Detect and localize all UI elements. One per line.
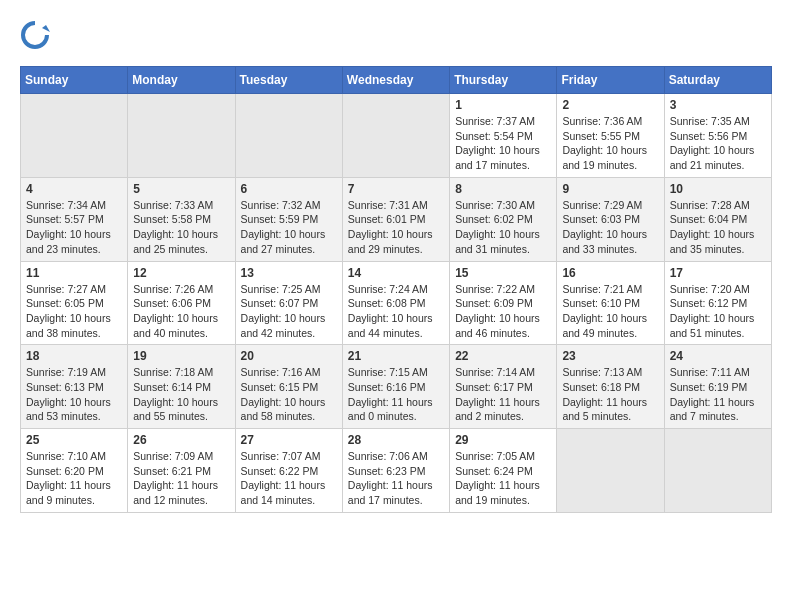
calendar-cell: 24Sunrise: 7:11 AMSunset: 6:19 PMDayligh… (664, 345, 771, 429)
day-number: 8 (455, 182, 551, 196)
day-info: Sunrise: 7:22 AMSunset: 6:09 PMDaylight:… (455, 282, 551, 341)
day-number: 14 (348, 266, 444, 280)
day-info: Sunrise: 7:27 AMSunset: 6:05 PMDaylight:… (26, 282, 122, 341)
calendar-cell: 26Sunrise: 7:09 AMSunset: 6:21 PMDayligh… (128, 429, 235, 513)
week-row-1: 1Sunrise: 7:37 AMSunset: 5:54 PMDaylight… (21, 94, 772, 178)
day-info: Sunrise: 7:16 AMSunset: 6:15 PMDaylight:… (241, 365, 337, 424)
day-info: Sunrise: 7:37 AMSunset: 5:54 PMDaylight:… (455, 114, 551, 173)
day-number: 21 (348, 349, 444, 363)
day-number: 15 (455, 266, 551, 280)
calendar-cell: 11Sunrise: 7:27 AMSunset: 6:05 PMDayligh… (21, 261, 128, 345)
calendar-cell: 18Sunrise: 7:19 AMSunset: 6:13 PMDayligh… (21, 345, 128, 429)
day-info: Sunrise: 7:06 AMSunset: 6:23 PMDaylight:… (348, 449, 444, 508)
calendar-cell: 15Sunrise: 7:22 AMSunset: 6:09 PMDayligh… (450, 261, 557, 345)
day-info: Sunrise: 7:11 AMSunset: 6:19 PMDaylight:… (670, 365, 766, 424)
header-day-friday: Friday (557, 67, 664, 94)
calendar-cell: 27Sunrise: 7:07 AMSunset: 6:22 PMDayligh… (235, 429, 342, 513)
day-number: 23 (562, 349, 658, 363)
calendar-cell: 21Sunrise: 7:15 AMSunset: 6:16 PMDayligh… (342, 345, 449, 429)
day-info: Sunrise: 7:09 AMSunset: 6:21 PMDaylight:… (133, 449, 229, 508)
calendar-cell: 8Sunrise: 7:30 AMSunset: 6:02 PMDaylight… (450, 177, 557, 261)
calendar-cell: 10Sunrise: 7:28 AMSunset: 6:04 PMDayligh… (664, 177, 771, 261)
calendar-cell: 3Sunrise: 7:35 AMSunset: 5:56 PMDaylight… (664, 94, 771, 178)
day-info: Sunrise: 7:14 AMSunset: 6:17 PMDaylight:… (455, 365, 551, 424)
day-number: 3 (670, 98, 766, 112)
week-row-5: 25Sunrise: 7:10 AMSunset: 6:20 PMDayligh… (21, 429, 772, 513)
header-day-saturday: Saturday (664, 67, 771, 94)
day-number: 1 (455, 98, 551, 112)
day-number: 18 (26, 349, 122, 363)
week-row-4: 18Sunrise: 7:19 AMSunset: 6:13 PMDayligh… (21, 345, 772, 429)
calendar-cell: 9Sunrise: 7:29 AMSunset: 6:03 PMDaylight… (557, 177, 664, 261)
calendar-cell: 16Sunrise: 7:21 AMSunset: 6:10 PMDayligh… (557, 261, 664, 345)
day-info: Sunrise: 7:34 AMSunset: 5:57 PMDaylight:… (26, 198, 122, 257)
calendar-cell: 5Sunrise: 7:33 AMSunset: 5:58 PMDaylight… (128, 177, 235, 261)
day-number: 9 (562, 182, 658, 196)
day-info: Sunrise: 7:21 AMSunset: 6:10 PMDaylight:… (562, 282, 658, 341)
day-number: 20 (241, 349, 337, 363)
day-info: Sunrise: 7:13 AMSunset: 6:18 PMDaylight:… (562, 365, 658, 424)
day-info: Sunrise: 7:05 AMSunset: 6:24 PMDaylight:… (455, 449, 551, 508)
calendar-cell: 20Sunrise: 7:16 AMSunset: 6:15 PMDayligh… (235, 345, 342, 429)
calendar-cell (235, 94, 342, 178)
day-number: 2 (562, 98, 658, 112)
calendar-cell: 14Sunrise: 7:24 AMSunset: 6:08 PMDayligh… (342, 261, 449, 345)
calendar-cell (557, 429, 664, 513)
day-info: Sunrise: 7:30 AMSunset: 6:02 PMDaylight:… (455, 198, 551, 257)
day-info: Sunrise: 7:33 AMSunset: 5:58 PMDaylight:… (133, 198, 229, 257)
calendar-cell: 25Sunrise: 7:10 AMSunset: 6:20 PMDayligh… (21, 429, 128, 513)
calendar-cell: 7Sunrise: 7:31 AMSunset: 6:01 PMDaylight… (342, 177, 449, 261)
header-day-monday: Monday (128, 67, 235, 94)
day-info: Sunrise: 7:15 AMSunset: 6:16 PMDaylight:… (348, 365, 444, 424)
day-number: 16 (562, 266, 658, 280)
day-info: Sunrise: 7:31 AMSunset: 6:01 PMDaylight:… (348, 198, 444, 257)
day-info: Sunrise: 7:18 AMSunset: 6:14 PMDaylight:… (133, 365, 229, 424)
calendar-cell: 13Sunrise: 7:25 AMSunset: 6:07 PMDayligh… (235, 261, 342, 345)
calendar-body: 1Sunrise: 7:37 AMSunset: 5:54 PMDaylight… (21, 94, 772, 513)
calendar-cell (342, 94, 449, 178)
day-info: Sunrise: 7:26 AMSunset: 6:06 PMDaylight:… (133, 282, 229, 341)
day-info: Sunrise: 7:28 AMSunset: 6:04 PMDaylight:… (670, 198, 766, 257)
day-info: Sunrise: 7:32 AMSunset: 5:59 PMDaylight:… (241, 198, 337, 257)
calendar-cell: 6Sunrise: 7:32 AMSunset: 5:59 PMDaylight… (235, 177, 342, 261)
logo (20, 20, 54, 50)
day-number: 19 (133, 349, 229, 363)
week-row-3: 11Sunrise: 7:27 AMSunset: 6:05 PMDayligh… (21, 261, 772, 345)
day-number: 5 (133, 182, 229, 196)
day-info: Sunrise: 7:36 AMSunset: 5:55 PMDaylight:… (562, 114, 658, 173)
header-day-tuesday: Tuesday (235, 67, 342, 94)
day-number: 4 (26, 182, 122, 196)
header-day-thursday: Thursday (450, 67, 557, 94)
day-number: 10 (670, 182, 766, 196)
calendar-cell: 23Sunrise: 7:13 AMSunset: 6:18 PMDayligh… (557, 345, 664, 429)
calendar-cell: 29Sunrise: 7:05 AMSunset: 6:24 PMDayligh… (450, 429, 557, 513)
day-number: 22 (455, 349, 551, 363)
day-info: Sunrise: 7:07 AMSunset: 6:22 PMDaylight:… (241, 449, 337, 508)
day-number: 29 (455, 433, 551, 447)
day-info: Sunrise: 7:10 AMSunset: 6:20 PMDaylight:… (26, 449, 122, 508)
calendar-cell: 2Sunrise: 7:36 AMSunset: 5:55 PMDaylight… (557, 94, 664, 178)
day-number: 6 (241, 182, 337, 196)
calendar-cell: 22Sunrise: 7:14 AMSunset: 6:17 PMDayligh… (450, 345, 557, 429)
day-info: Sunrise: 7:24 AMSunset: 6:08 PMDaylight:… (348, 282, 444, 341)
day-number: 11 (26, 266, 122, 280)
calendar-cell (21, 94, 128, 178)
day-info: Sunrise: 7:20 AMSunset: 6:12 PMDaylight:… (670, 282, 766, 341)
day-number: 27 (241, 433, 337, 447)
day-number: 7 (348, 182, 444, 196)
day-number: 12 (133, 266, 229, 280)
week-row-2: 4Sunrise: 7:34 AMSunset: 5:57 PMDaylight… (21, 177, 772, 261)
calendar-cell: 4Sunrise: 7:34 AMSunset: 5:57 PMDaylight… (21, 177, 128, 261)
day-info: Sunrise: 7:25 AMSunset: 6:07 PMDaylight:… (241, 282, 337, 341)
day-number: 25 (26, 433, 122, 447)
day-info: Sunrise: 7:35 AMSunset: 5:56 PMDaylight:… (670, 114, 766, 173)
day-number: 17 (670, 266, 766, 280)
calendar-cell: 12Sunrise: 7:26 AMSunset: 6:06 PMDayligh… (128, 261, 235, 345)
calendar-cell (664, 429, 771, 513)
day-info: Sunrise: 7:29 AMSunset: 6:03 PMDaylight:… (562, 198, 658, 257)
logo-icon (20, 20, 50, 50)
calendar-cell: 28Sunrise: 7:06 AMSunset: 6:23 PMDayligh… (342, 429, 449, 513)
calendar-cell: 17Sunrise: 7:20 AMSunset: 6:12 PMDayligh… (664, 261, 771, 345)
page-header (20, 20, 772, 50)
calendar-cell: 1Sunrise: 7:37 AMSunset: 5:54 PMDaylight… (450, 94, 557, 178)
